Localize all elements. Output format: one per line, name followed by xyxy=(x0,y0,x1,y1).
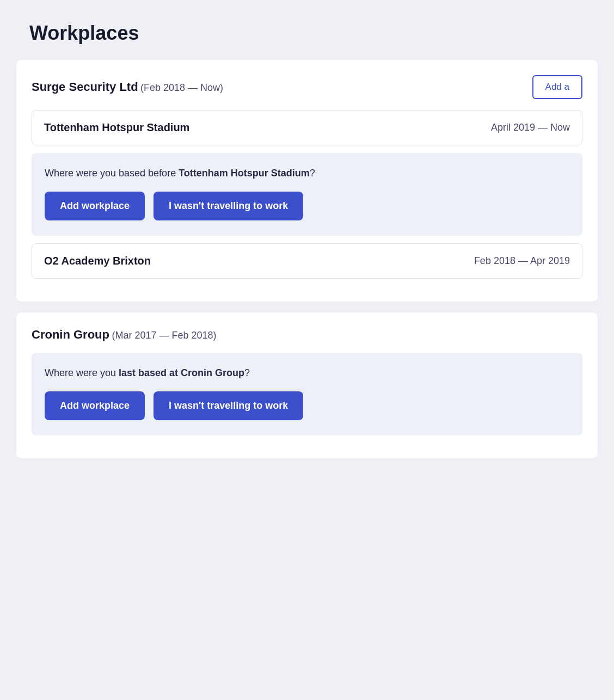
question-section-tottenham: Where were you based before Tottenham Ho… xyxy=(32,153,582,236)
workplace-row-tottenham: Tottenham Hotspur Stadium April 2019 — N… xyxy=(32,110,582,145)
employer-dates-cronin: (Mar 2017 — Feb 2018) xyxy=(112,330,216,341)
employer-title: Surge Security Ltd (Feb 2018 — Now) xyxy=(32,80,223,94)
employer-card-surge-security: Surge Security Ltd (Feb 2018 — Now) Add … xyxy=(16,60,598,302)
workplace-name: O2 Academy Brixton xyxy=(44,255,151,267)
employer-name: Surge Security Ltd xyxy=(32,80,138,94)
question-section-cronin: Where were you last based at Cronin Grou… xyxy=(32,353,582,435)
employer-title-cronin: Cronin Group (Mar 2017 — Feb 2018) xyxy=(32,328,217,342)
question-prefix-cronin: Where were you xyxy=(45,367,119,378)
question-prefix: Where were you based before xyxy=(45,168,179,179)
add-address-button[interactable]: Add a xyxy=(532,75,582,99)
question-highlight-cronin: last based at Cronin Group xyxy=(119,367,244,378)
employer-card-cronin: Cronin Group (Mar 2017 — Feb 2018) Where… xyxy=(16,312,598,458)
not-travelling-button-cronin[interactable]: I wasn't travelling to work xyxy=(154,391,303,420)
workplace-name: Tottenham Hotspur Stadium xyxy=(44,121,189,134)
workplace-dates: Feb 2018 — Apr 2019 xyxy=(474,255,570,267)
employer-dates: (Feb 2018 — Now) xyxy=(140,82,223,93)
workplace-row-o2: O2 Academy Brixton Feb 2018 — Apr 2019 xyxy=(32,243,582,279)
question-suffix-cronin: ? xyxy=(244,367,250,378)
question-text-cronin: Where were you last based at Cronin Grou… xyxy=(45,366,569,380)
employer-header: Surge Security Ltd (Feb 2018 — Now) Add … xyxy=(32,75,582,99)
page-title: Workplaces xyxy=(29,22,598,45)
question-button-group-cronin: Add workplace I wasn't travelling to wor… xyxy=(45,391,569,420)
add-workplace-button-cronin[interactable]: Add workplace xyxy=(45,391,145,420)
not-travelling-button[interactable]: I wasn't travelling to work xyxy=(154,192,303,220)
employer-header-cronin: Cronin Group (Mar 2017 — Feb 2018) xyxy=(32,328,582,342)
question-text: Where were you based before Tottenham Ho… xyxy=(45,166,569,181)
question-suffix: ? xyxy=(310,168,315,179)
workplace-dates: April 2019 — Now xyxy=(491,122,570,133)
employer-name-cronin: Cronin Group xyxy=(32,328,109,341)
add-workplace-button[interactable]: Add workplace xyxy=(45,192,145,220)
question-button-group: Add workplace I wasn't travelling to wor… xyxy=(45,192,569,220)
question-highlight: Tottenham Hotspur Stadium xyxy=(179,168,310,179)
